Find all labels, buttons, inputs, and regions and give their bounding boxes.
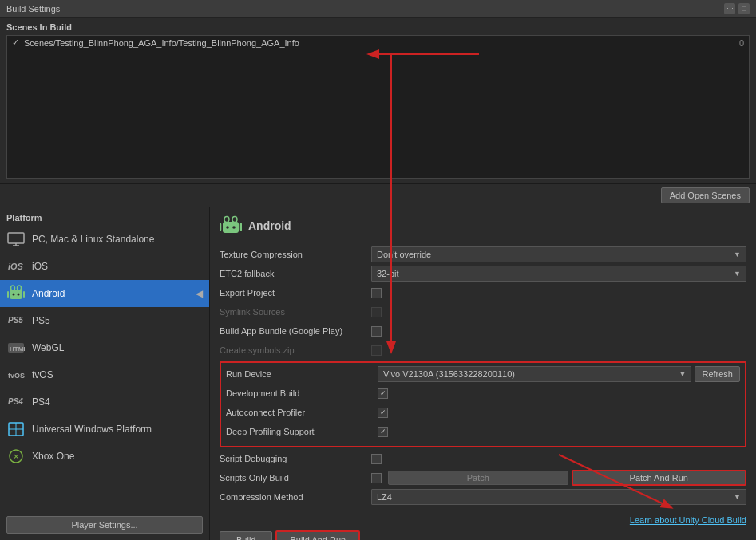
create-symbols-row: Create symbols.zip bbox=[220, 342, 746, 358]
create-symbols-label: Create symbols.zip bbox=[220, 345, 371, 355]
texture-compression-label: Texture Compression bbox=[220, 250, 371, 259]
script-debugging-label: Script Debugging bbox=[220, 454, 371, 463]
script-debugging-row: Script Debugging bbox=[220, 451, 746, 467]
autoconnect-profiler-row: Autoconnect Profiler bbox=[226, 404, 740, 420]
etc2-fallback-dropdown[interactable]: 32-bit ▼ bbox=[371, 266, 746, 282]
settings-platform-name: Android bbox=[248, 219, 291, 232]
sidebar-item-label-ios: iOS bbox=[32, 261, 48, 272]
deep-profiling-control bbox=[378, 427, 740, 437]
sidebar-item-uwp[interactable]: Universal Windows Platform bbox=[0, 416, 209, 443]
run-device-control: Vivo V2130A (315633228200110) ▼ Refresh bbox=[378, 366, 740, 382]
build-buttons-row: Build Build And Run bbox=[220, 530, 746, 540]
svg-text:PS4: PS4 bbox=[8, 397, 23, 406]
compression-method-row: Compression Method LZ4 ▼ bbox=[220, 489, 746, 505]
texture-compression-control: Don't override ▼ bbox=[371, 246, 746, 262]
sidebar-item-pc[interactable]: PC, Mac & Linux Standalone bbox=[0, 226, 209, 253]
svg-rect-0 bbox=[8, 233, 24, 243]
create-symbols-control bbox=[371, 345, 746, 356]
deep-profiling-checkbox[interactable] bbox=[378, 427, 388, 437]
patch-button[interactable]: Patch bbox=[388, 471, 568, 485]
sidebar-item-label-uwp: Universal Windows Platform bbox=[32, 424, 152, 435]
deep-profiling-row: Deep Profiling Support bbox=[226, 424, 740, 439]
compression-dropdown-arrow: ▼ bbox=[734, 493, 741, 501]
scripts-only-build-row: Scripts Only Build Patch Patch And Run bbox=[220, 470, 746, 486]
scene-index: 0 bbox=[739, 38, 744, 48]
svg-point-8 bbox=[18, 294, 20, 296]
compression-method-dropdown[interactable]: LZ4 ▼ bbox=[371, 489, 746, 505]
export-project-checkbox[interactable] bbox=[371, 288, 382, 298]
svg-text:iOS: iOS bbox=[8, 262, 24, 271]
export-project-row: Export Project bbox=[220, 285, 746, 301]
symlink-sources-checkbox bbox=[371, 307, 382, 317]
add-scenes-row: Add Open Scenes bbox=[0, 184, 756, 207]
tvos-icon: tvOS bbox=[6, 365, 26, 384]
bottom-section: Platform PC, Mac & Linux Standalone iOS bbox=[0, 207, 756, 540]
run-device-highlight-box: Run Device Vivo V2130A (315633228200110)… bbox=[220, 361, 746, 447]
monitor-icon bbox=[6, 230, 26, 249]
sidebar-item-xbox[interactable]: ✕ Xbox One bbox=[0, 443, 209, 470]
scenes-list: ✓ Scenes/Testing_BlinnPhong_AGA_Info/Tes… bbox=[6, 35, 750, 179]
player-settings-button[interactable]: Player Settings... bbox=[6, 516, 203, 534]
uwp-icon bbox=[6, 420, 26, 439]
sidebar-item-ps5[interactable]: PS5 PS5 bbox=[0, 307, 209, 334]
autoconnect-profiler-checkbox[interactable] bbox=[378, 408, 388, 418]
sidebar-item-webgl[interactable]: HTML WebGL bbox=[0, 334, 209, 361]
android-icon bbox=[6, 284, 26, 303]
scenes-section: Scenes In Build ✓ Scenes/Testing_BlinnPh… bbox=[0, 18, 756, 184]
bottom-buttons: Learn about Unity Cloud Build Build Buil… bbox=[220, 508, 746, 540]
svg-point-22 bbox=[232, 217, 237, 223]
dropdown-arrow: ▼ bbox=[734, 250, 741, 258]
scripts-only-build-checkbox[interactable] bbox=[371, 473, 382, 483]
settings-android-icon bbox=[220, 215, 242, 237]
settings-header: Android bbox=[220, 215, 746, 237]
cloud-build-link-row: Learn about Unity Cloud Build bbox=[220, 514, 746, 526]
svg-rect-23 bbox=[223, 222, 239, 233]
build-app-bundle-label: Build App Bundle (Google Play) bbox=[220, 326, 371, 336]
compression-method-label: Compression Method bbox=[220, 492, 371, 502]
title-bar: Build Settings ⋯ □ bbox=[0, 0, 756, 18]
close-button[interactable]: □ bbox=[738, 3, 750, 14]
development-build-row: Development Build bbox=[226, 385, 740, 401]
patch-and-run-button[interactable]: Patch And Run bbox=[572, 470, 747, 486]
add-open-scenes-button[interactable]: Add Open Scenes bbox=[661, 187, 750, 203]
scene-item[interactable]: ✓ Scenes/Testing_BlinnPhong_AGA_Info/Tes… bbox=[7, 36, 749, 49]
build-and-run-button[interactable]: Build And Run bbox=[275, 530, 360, 540]
sidebar-item-ps4[interactable]: PS4 PS4 bbox=[0, 388, 209, 416]
scene-path: Scenes/Testing_BlinnPhong_AGA_Info/Testi… bbox=[24, 38, 299, 48]
sidebar-item-android[interactable]: Android ◀ bbox=[0, 280, 209, 307]
build-button[interactable]: Build bbox=[220, 531, 272, 540]
script-debugging-checkbox[interactable] bbox=[371, 454, 382, 464]
refresh-button[interactable]: Refresh bbox=[695, 366, 740, 382]
etc2-fallback-label: ETC2 fallback bbox=[220, 269, 371, 278]
build-app-bundle-row: Build App Bundle (Google Play) bbox=[220, 323, 746, 339]
platform-sidebar: Platform PC, Mac & Linux Standalone iOS bbox=[0, 207, 210, 540]
export-project-label: Export Project bbox=[220, 288, 371, 298]
svg-point-7 bbox=[13, 294, 15, 296]
title-bar-controls: ⋯ □ bbox=[724, 3, 750, 14]
dropdown-arrow2: ▼ bbox=[734, 270, 741, 278]
platform-label: Platform bbox=[0, 207, 209, 226]
development-build-label: Development Build bbox=[226, 388, 378, 398]
sidebar-item-tvos[interactable]: tvOS tvOS bbox=[0, 361, 209, 388]
svg-rect-6 bbox=[10, 290, 22, 299]
run-device-dropdown[interactable]: Vivo V2130A (315633228200110) ▼ bbox=[378, 366, 691, 382]
export-project-control bbox=[371, 288, 746, 298]
script-debugging-control bbox=[371, 454, 746, 464]
deep-profiling-label: Deep Profiling Support bbox=[226, 427, 378, 436]
svg-point-21 bbox=[224, 217, 229, 223]
svg-text:HTML: HTML bbox=[10, 345, 25, 353]
texture-compression-row: Texture Compression Don't override ▼ bbox=[220, 246, 746, 262]
texture-compression-dropdown[interactable]: Don't override ▼ bbox=[371, 246, 746, 262]
main-container: Scenes In Build ✓ Scenes/Testing_BlinnPh… bbox=[0, 18, 756, 540]
platform-active-arrow: ◀ bbox=[196, 288, 203, 299]
cloud-build-link[interactable]: Learn about Unity Cloud Build bbox=[630, 515, 746, 525]
development-build-checkbox[interactable] bbox=[378, 388, 388, 399]
svg-text:✕: ✕ bbox=[13, 452, 19, 461]
sidebar-item-ios[interactable]: iOS iOS bbox=[0, 253, 209, 280]
ps5-icon: PS5 bbox=[6, 311, 26, 330]
scenes-header: Scenes In Build bbox=[6, 22, 750, 32]
more-options-button[interactable]: ⋯ bbox=[724, 3, 735, 14]
svg-text:tvOS: tvOS bbox=[8, 372, 25, 380]
create-symbols-checkbox bbox=[371, 345, 382, 356]
build-app-bundle-checkbox[interactable] bbox=[371, 326, 382, 337]
